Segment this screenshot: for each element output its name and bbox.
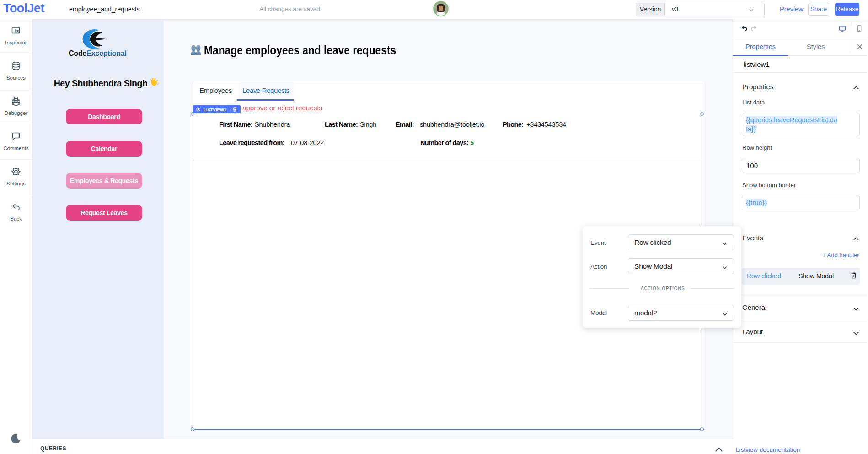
svg-text:CodeExceptional: CodeExceptional: [69, 49, 127, 57]
